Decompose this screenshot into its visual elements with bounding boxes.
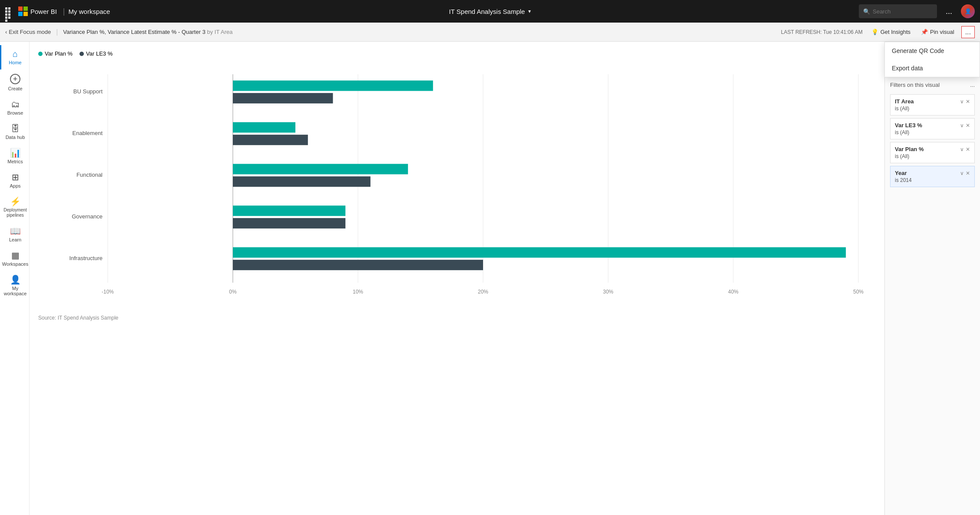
sidebar-item-browse[interactable]: 🗂 Browse xyxy=(0,96,29,120)
sidebar-home-label: Home xyxy=(9,60,21,65)
sidebar-browse-label: Browse xyxy=(7,110,23,116)
export-data-item[interactable]: Export data xyxy=(885,59,980,77)
bar-chart-wrapper: -10%0%10%20%30%40%50%BU SupportEnablemen… xyxy=(38,66,876,309)
filter-card-value-2: is (All) xyxy=(895,153,970,159)
svg-text:10%: 10% xyxy=(353,289,363,295)
legend-teal-dot xyxy=(38,52,43,56)
chart-legend: Var Plan % Var LE3 % xyxy=(38,50,876,57)
sidebar-item-create[interactable]: + Create xyxy=(0,69,29,96)
sidebar-learn-label: Learn xyxy=(9,237,21,242)
sub-divider: | xyxy=(56,28,58,36)
filters-on-visual-label: Filters on this visual ... xyxy=(890,82,975,88)
svg-text:30%: 30% xyxy=(603,289,613,295)
svg-text:Governance: Governance xyxy=(72,213,103,220)
pin-visual-label: Pin visual xyxy=(930,29,954,35)
filter-chevron-icon-3[interactable]: ∨ xyxy=(960,170,964,176)
exit-focus-label: Exit Focus mode xyxy=(9,29,51,35)
filter-card-name-0: IT Area xyxy=(895,98,914,105)
last-refresh-label: LAST REFRESH: Tue 10:41:06 AM xyxy=(781,29,863,35)
sidebar-item-metrics[interactable]: 📊 Metrics xyxy=(0,144,29,168)
chart-title-main: Variance Plan %, Variance Latest Estimat… xyxy=(63,29,205,35)
sidebar-myworkspace-label: My workspace xyxy=(4,286,27,296)
source-text: Source: IT Spend Analysis Sample xyxy=(38,315,876,321)
filter-card-3[interactable]: Year ∨ ✕ is 2014 xyxy=(890,166,975,187)
filter-card-value-0: is (All) xyxy=(895,106,970,112)
filter-card-value-1: is (All) xyxy=(895,129,970,135)
brand-name: Power BI xyxy=(30,8,57,15)
sidebar: ⌂ Home + Create 🗂 Browse 🗄 Data hub 📊 Me… xyxy=(0,42,30,515)
sidebar-deployment-label: Deployment pipelines xyxy=(3,208,26,218)
filter-clear-icon-3[interactable]: ✕ xyxy=(966,170,970,176)
get-insights-button[interactable]: 💡 Get Insights xyxy=(868,27,914,37)
filter-clear-icon-2[interactable]: ✕ xyxy=(966,146,970,152)
filter-chevron-icon-1[interactable]: ∨ xyxy=(960,122,964,129)
svg-text:0%: 0% xyxy=(229,289,237,295)
sidebar-datahub-label: Data hub xyxy=(6,135,25,140)
sidebar-item-learn[interactable]: 📖 Learn xyxy=(0,222,29,247)
apps-icon: ⊞ xyxy=(12,173,19,182)
generate-qr-label: Generate QR Code xyxy=(892,47,944,54)
filter-card-2[interactable]: Var Plan % ∨ ✕ is (All) xyxy=(890,142,975,163)
svg-rect-28 xyxy=(233,247,846,258)
svg-rect-26 xyxy=(233,218,345,228)
svg-text:BU Support: BU Support xyxy=(73,88,103,95)
nav-right-area: 🔍 ... 👤 xyxy=(859,4,975,18)
filter-card-1[interactable]: Var LE3 % ∨ ✕ is (All) xyxy=(890,118,975,139)
filter-card-name-2: Var Plan % xyxy=(895,146,924,152)
report-title: IT Spend Analysis Sample xyxy=(449,8,525,15)
filter-card-value-3: is 2014 xyxy=(895,177,970,183)
apps-grid-icon[interactable] xyxy=(5,7,13,15)
workspaces-icon: ▦ xyxy=(11,251,20,260)
svg-rect-23 xyxy=(233,176,371,187)
on-visual-text: Filters on this visual xyxy=(890,82,940,88)
create-icon: + xyxy=(10,74,20,84)
svg-rect-19 xyxy=(233,122,295,132)
filter-clear-icon-1[interactable]: ✕ xyxy=(966,122,970,129)
on-visual-dots[interactable]: ... xyxy=(970,82,975,88)
sidebar-metrics-label: Metrics xyxy=(7,159,23,164)
legend-var-plan-label: Var Plan % xyxy=(45,50,73,57)
insights-icon: 💡 xyxy=(871,29,878,35)
sidebar-item-apps[interactable]: ⊞ Apps xyxy=(0,168,29,193)
learn-icon: 📖 xyxy=(10,227,21,235)
filter-card-name-1: Var LE3 % xyxy=(895,122,922,129)
svg-text:40%: 40% xyxy=(728,289,738,295)
top-nav: Power BI | My workspace IT Spend Analysi… xyxy=(0,0,980,23)
sub-header: ‹ Exit Focus mode | Variance Plan %, Var… xyxy=(0,23,980,42)
nav-more-options[interactable]: ... xyxy=(942,5,956,18)
more-options-button[interactable]: ... xyxy=(961,26,975,38)
pin-visual-button[interactable]: 📌 Pin visual xyxy=(917,27,958,37)
sidebar-item-home[interactable]: ⌂ Home xyxy=(0,45,29,69)
bar-chart-svg: -10%0%10%20%30%40%50%BU SupportEnablemen… xyxy=(38,66,876,309)
svg-rect-17 xyxy=(233,93,333,103)
exit-focus-button[interactable]: ‹ Exit Focus mode xyxy=(5,29,51,35)
filter-chevron-icon-0[interactable]: ∨ xyxy=(960,99,964,105)
workspace-label[interactable]: My workspace xyxy=(69,8,110,15)
dropdown-menu: Generate QR Code Export data xyxy=(884,42,980,77)
home-icon: ⌂ xyxy=(13,50,18,58)
svg-rect-20 xyxy=(233,135,308,145)
sidebar-item-deployment[interactable]: ⚡ Deployment pipelines xyxy=(0,193,29,222)
search-input[interactable] xyxy=(873,8,925,15)
svg-text:Enablement: Enablement xyxy=(73,130,103,136)
filter-card-name-3: Year xyxy=(895,170,907,176)
dots-icon: ... xyxy=(965,28,971,36)
generate-qr-item[interactable]: Generate QR Code xyxy=(885,42,980,59)
report-title-area: IT Spend Analysis Sample ▾ xyxy=(449,8,531,15)
sidebar-item-my-workspace[interactable]: 👤 My workspace xyxy=(0,271,29,300)
filters-panel: ⊟ Filters » 🔍 Filters on this visual ...… xyxy=(884,42,980,515)
export-data-label: Export data xyxy=(892,65,923,72)
user-avatar[interactable]: 👤 xyxy=(961,4,975,18)
sub-actions: 💡 Get Insights 📌 Pin visual ... xyxy=(868,26,975,38)
filter-chevron-icon-2[interactable]: ∨ xyxy=(960,146,964,152)
sidebar-workspaces-label: Workspaces xyxy=(2,261,28,267)
sidebar-item-datahub[interactable]: 🗄 Data hub xyxy=(0,120,29,144)
sidebar-apps-label: Apps xyxy=(10,183,20,188)
get-insights-label: Get Insights xyxy=(881,29,910,35)
top-search-box[interactable]: 🔍 xyxy=(859,4,937,18)
filter-clear-icon-0[interactable]: ✕ xyxy=(966,99,970,105)
filter-card-0[interactable]: IT Area ∨ ✕ is (All) xyxy=(890,94,975,116)
svg-rect-25 xyxy=(233,205,345,216)
title-chevron-icon[interactable]: ▾ xyxy=(528,8,531,14)
sidebar-item-workspaces[interactable]: ▦ Workspaces xyxy=(0,247,29,271)
